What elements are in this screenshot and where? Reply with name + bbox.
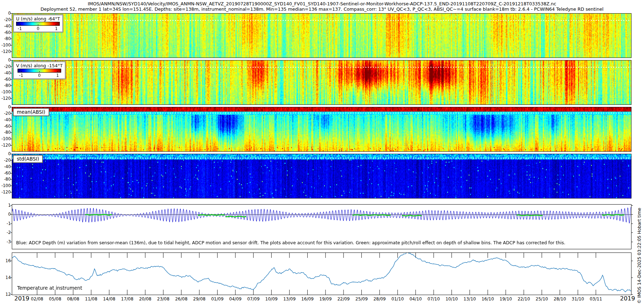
y-tick-label: -40 bbox=[0, 165, 11, 169]
y-tick-mark bbox=[10, 26, 12, 26]
mean-absi-label: mean(ABSI) bbox=[13, 108, 49, 116]
x-tick-label-date: 10/09 bbox=[262, 296, 282, 301]
y-tick-label: -120 bbox=[0, 96, 11, 100]
y-tick-mark bbox=[10, 160, 12, 161]
y-tick-mark bbox=[10, 107, 12, 107]
y-tick-mark-right bbox=[631, 232, 633, 233]
x-tick-label-date: 07/10 bbox=[424, 296, 444, 301]
y-tick-mark-right bbox=[631, 224, 633, 224]
x-tick-label-date: 25/10 bbox=[532, 296, 552, 301]
y-tick-label: -80 bbox=[0, 130, 11, 134]
x-tick-label-date: 10/10 bbox=[441, 296, 462, 301]
x-tick-label-date: 20/08 bbox=[135, 296, 155, 301]
y-tick-mark bbox=[10, 139, 12, 139]
y-tick-label: 16 bbox=[0, 259, 11, 263]
colorbar-tick-label: -1 bbox=[19, 73, 23, 78]
y-tick-label: -60 bbox=[0, 171, 11, 175]
imos-watermark: © IMOS 14-Dec-2025 03:22:05 Hobart time bbox=[637, 208, 642, 304]
y-tick-label: 14 bbox=[0, 275, 11, 280]
y-tick-label: -40 bbox=[0, 24, 11, 28]
x-tick-label-date: 13/09 bbox=[279, 296, 299, 301]
x-tick-label-date: 23/08 bbox=[153, 296, 173, 301]
y-tick-mark bbox=[10, 120, 12, 120]
y-tick-mark bbox=[10, 192, 12, 192]
x-tick-label-date: 16/10 bbox=[478, 296, 498, 301]
y-tick-mark bbox=[10, 67, 12, 67]
y-tick-label: -3 bbox=[0, 240, 11, 244]
mean-absi-heatmap bbox=[12, 107, 631, 151]
y-tick-mark-right bbox=[631, 242, 633, 242]
y-tick-label: -120 bbox=[0, 190, 11, 194]
y-tick-label: -100 bbox=[0, 137, 11, 141]
y-tick-mark bbox=[10, 85, 12, 86]
y-tick-label: -120 bbox=[0, 143, 11, 147]
y-tick-label: -20 bbox=[0, 158, 11, 162]
y-tick-mark bbox=[10, 92, 12, 92]
panel-v-velocity: V (m/s) along -154°T -101 bbox=[12, 60, 631, 105]
y-tick-mark bbox=[10, 20, 12, 20]
depth-variation-caption: Blue: ADCP Depth (m) variation from sens… bbox=[16, 240, 565, 245]
y-tick-mark bbox=[10, 167, 12, 167]
x-tick-label-date: 22/09 bbox=[333, 296, 353, 301]
x-tick-label-date: 05/08 bbox=[45, 296, 65, 301]
y-tick-label: -60 bbox=[0, 30, 11, 35]
x-tick-label-date: 13/10 bbox=[460, 296, 480, 301]
u-colorbar bbox=[16, 22, 60, 26]
std-absi-label: std(ABSI) bbox=[13, 155, 43, 163]
y-tick-label: -60 bbox=[0, 124, 11, 128]
y-tick-mark-right bbox=[631, 214, 633, 215]
y-tick-mark bbox=[10, 60, 12, 60]
y-tick-label: 1 bbox=[0, 203, 11, 207]
x-tick-label-date: 31/10 bbox=[568, 296, 588, 301]
y-tick-mark bbox=[10, 173, 12, 173]
y-tick-mark bbox=[10, 232, 12, 233]
colorbar-tick-label: 1 bbox=[56, 73, 59, 78]
u-colorbar-legend: U (m/s) along -64°T -101 bbox=[13, 15, 63, 32]
y-tick-label: -100 bbox=[0, 43, 11, 47]
y-tick-label: -120 bbox=[0, 49, 11, 54]
colorbar-tick-label: 1 bbox=[55, 26, 58, 31]
x-tick-label-date: 16/09 bbox=[297, 296, 317, 301]
y-tick-mark bbox=[10, 98, 12, 99]
colorbar-tick-label: 0 bbox=[37, 26, 39, 31]
x-tick-label-date: 08/08 bbox=[63, 296, 83, 301]
y-tick-mark bbox=[10, 205, 12, 206]
u-colorbar-ticks: -101 bbox=[16, 26, 60, 31]
x-tick-label-date: 28/09 bbox=[370, 296, 390, 301]
y-tick-mark-right bbox=[631, 261, 633, 261]
panel-u-velocity: U (m/s) along -64°T -101 bbox=[12, 13, 631, 58]
x-tick-label-date: 14/08 bbox=[99, 296, 119, 301]
x-tick-label-date: 01/09 bbox=[208, 296, 228, 301]
y-tick-label: 0 bbox=[0, 58, 11, 62]
y-tick-mark bbox=[10, 186, 12, 186]
v-colorbar-legend: V (m/s) along -154°T -101 bbox=[13, 62, 65, 79]
y-tick-label: -1 bbox=[0, 221, 11, 226]
colorbar-tick-label: -1 bbox=[18, 26, 22, 31]
y-tick-mark bbox=[10, 13, 12, 14]
x-tick-label-date: 19/10 bbox=[496, 296, 516, 301]
x-tick-label-date: 07/09 bbox=[243, 296, 263, 301]
y-tick-label: -40 bbox=[0, 71, 11, 75]
temperature-label: Temperature at instrument bbox=[17, 285, 82, 291]
y-tick-label: 0 bbox=[0, 212, 11, 216]
x-tick-label-date: 26/08 bbox=[171, 296, 191, 301]
y-tick-mark bbox=[10, 113, 12, 114]
panel-std-absi: std(ABSI) bbox=[12, 154, 631, 198]
y-tick-mark bbox=[10, 45, 12, 45]
v-colorbar-ticks: -101 bbox=[18, 73, 61, 78]
y-tick-mark-right bbox=[631, 205, 633, 206]
year-label-left: 2019 bbox=[10, 295, 33, 302]
y-tick-mark bbox=[10, 261, 12, 261]
y-tick-mark bbox=[10, 132, 12, 133]
y-tick-mark bbox=[10, 224, 12, 224]
y-tick-label: -20 bbox=[0, 18, 11, 22]
y-tick-mark-right bbox=[631, 294, 633, 295]
x-tick-label-date: 04/09 bbox=[225, 296, 245, 301]
y-tick-label: -80 bbox=[0, 177, 11, 181]
panel-mean-absi: mean(ABSI) bbox=[12, 107, 631, 152]
x-tick-label-date: 01/10 bbox=[387, 296, 408, 301]
std-absi-heatmap bbox=[12, 154, 631, 198]
y-tick-mark bbox=[10, 33, 12, 33]
v-legend-title: V (m/s) along -154°T bbox=[16, 63, 63, 68]
y-tick-label: -20 bbox=[0, 64, 11, 69]
